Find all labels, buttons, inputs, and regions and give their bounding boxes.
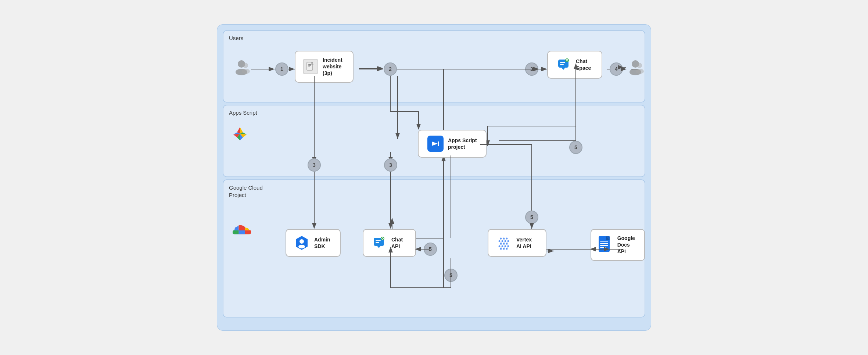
svg-rect-38	[308, 67, 310, 67]
apps-script-project-label: Apps Script project	[448, 137, 477, 150]
svg-rect-37	[308, 65, 311, 66]
admin-sdk-label: Admin SDK	[314, 236, 330, 250]
chat-space-box: Chat Space	[547, 51, 602, 79]
chat-api-box: Chat API	[363, 229, 416, 257]
chat-icon	[555, 57, 571, 73]
circle-node-4: 4	[610, 62, 623, 76]
svg-point-53	[636, 69, 644, 74]
incident-website-label: Incident website (3p)	[323, 57, 342, 77]
admin-sdk-box: Admin SDK	[286, 229, 341, 257]
circle-node-5-chat-api: 5	[424, 243, 437, 256]
svg-rect-116	[600, 247, 606, 248]
svg-rect-46	[560, 64, 564, 65]
svg-rect-113	[600, 241, 608, 242]
user-icon-right	[627, 58, 644, 77]
svg-point-52	[637, 63, 642, 68]
circle-node-2: 2	[384, 62, 397, 76]
svg-rect-60	[239, 230, 245, 237]
apps-script-project-icon	[427, 136, 444, 152]
svg-rect-45	[560, 62, 565, 63]
chat-api-icon	[371, 235, 387, 251]
chat-space-label: Chat Space	[576, 58, 591, 71]
svg-rect-117	[606, 236, 610, 240]
circle-node-3-mid: 3	[384, 158, 397, 172]
vertex-ai-icon	[496, 235, 512, 251]
svg-rect-61	[245, 230, 251, 237]
circle-node-5-bottom: 5	[444, 269, 458, 282]
circle-node-5-vertex: 5	[525, 211, 538, 224]
svg-rect-114	[600, 243, 608, 244]
full-diagram: Users Apps Script Google Cloud Project 1	[223, 31, 645, 324]
svg-marker-54	[432, 141, 438, 146]
google-docs-api-box: Google Docs API	[591, 229, 645, 261]
svg-rect-66	[376, 240, 381, 241]
section-label-apps-script: Apps Script	[229, 110, 257, 116]
diagram-wrapper: Users Apps Script Google Cloud Project 1	[217, 24, 651, 331]
circle-node-3-top: 3	[525, 62, 538, 76]
svg-point-34	[242, 69, 250, 74]
svg-rect-115	[600, 245, 608, 246]
svg-point-63	[300, 239, 304, 244]
svg-rect-59	[233, 230, 239, 237]
svg-point-70	[382, 238, 383, 239]
svg-rect-55	[438, 141, 439, 146]
circle-node-5-right: 5	[569, 141, 582, 154]
circle-node-3-left: 3	[308, 158, 321, 172]
section-label-google-cloud: Google Cloud Project	[229, 184, 263, 198]
user-icon-left	[233, 58, 250, 77]
incident-website-box: Incident website (3p)	[295, 51, 354, 83]
google-cloud-logo	[230, 222, 252, 241]
document-icon	[303, 59, 318, 74]
chat-api-label: Chat API	[391, 236, 403, 250]
google-docs-api-label: Google Docs API	[617, 235, 637, 255]
apps-script-logo	[230, 124, 250, 143]
svg-point-33	[243, 63, 248, 68]
vertex-ai-box: Vertex AI API	[488, 229, 546, 257]
svg-point-49	[567, 60, 568, 61]
apps-script-project-box: Apps Script project	[418, 130, 487, 158]
google-docs-icon	[599, 237, 613, 253]
section-label-users: Users	[229, 35, 243, 41]
vertex-ai-label: Vertex AI API	[516, 236, 532, 250]
svg-point-64	[298, 245, 305, 248]
svg-rect-67	[376, 242, 379, 243]
circle-node-1: 1	[275, 62, 288, 76]
admin-sdk-icon	[294, 235, 310, 251]
svg-rect-36	[308, 64, 311, 65]
